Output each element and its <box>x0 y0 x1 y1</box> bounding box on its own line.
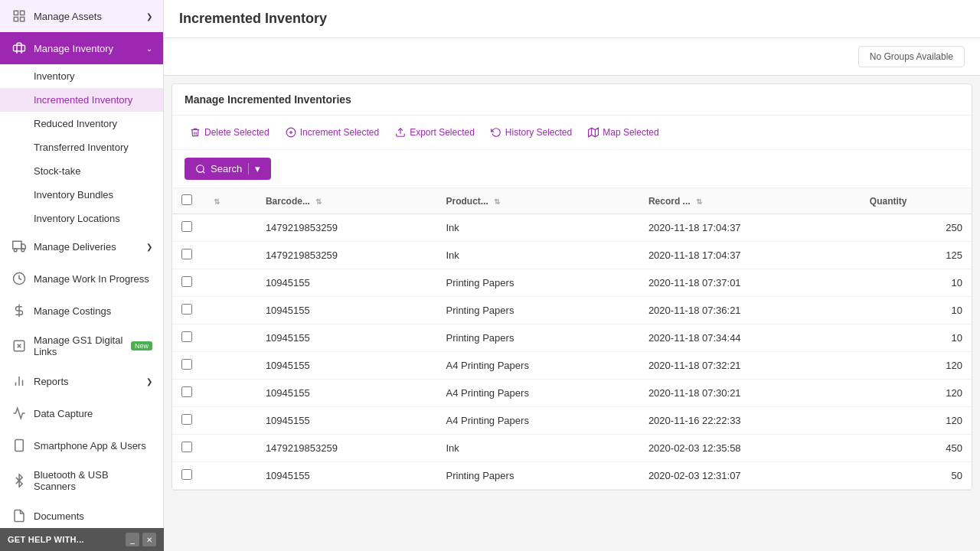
row-checkbox-2[interactable] <box>181 276 192 287</box>
header-record[interactable]: Record ... ⇅ <box>639 188 861 214</box>
record-sort-icon: ⇅ <box>696 197 702 206</box>
data-capture-icon <box>11 405 28 422</box>
header-sort[interactable]: ⇅ <box>201 188 256 214</box>
select-all-checkbox[interactable] <box>181 194 192 205</box>
header-product[interactable]: Product... ⇅ <box>437 188 639 214</box>
row-checkbox-cell <box>172 242 201 269</box>
increment-selected-label: Increment Selected <box>300 127 379 138</box>
content-area: No Groups Available Manage Incremented I… <box>164 38 980 551</box>
help-minimize-button[interactable]: ⎯ <box>126 533 139 546</box>
sidebar-item-manage-costings[interactable]: Manage Costings <box>0 295 163 327</box>
row-record: 2020-11-18 17:04:37 <box>639 214 861 242</box>
sidebar-label-costings: Manage Costings <box>34 305 111 317</box>
new-badge: New <box>131 341 152 350</box>
help-bar: GET HELP WITH... ⎯ ✕ <box>0 528 164 551</box>
row-checkbox-cell <box>172 297 201 324</box>
sidebar-sub-transferred-inventory[interactable]: Transferred Inventory <box>0 135 163 159</box>
increment-selected-button[interactable]: Increment Selected <box>280 123 384 142</box>
row-checkbox-8[interactable] <box>181 442 192 452</box>
history-selected-button[interactable]: History Selected <box>485 123 577 142</box>
bluetooth-icon <box>11 472 28 489</box>
table-row: 10945155 A4 Printing Papers 2020-11-16 2… <box>172 407 972 435</box>
row-actions <box>201 297 256 324</box>
sidebar-item-manage-wip[interactable]: Manage Work In Progress <box>0 262 163 295</box>
wip-icon <box>11 270 28 287</box>
sidebar-sub-stocktake[interactable]: Stock-take <box>0 159 163 183</box>
row-checkbox-0[interactable] <box>181 221 192 232</box>
row-quantity: 450 <box>861 435 972 462</box>
filter-bar: No Groups Available <box>164 38 980 76</box>
sidebar-sub-inventory[interactable]: Inventory <box>0 64 163 88</box>
sidebar-sub-reduced-inventory[interactable]: Reduced Inventory <box>0 112 163 135</box>
row-quantity: 10 <box>861 269 972 297</box>
sidebar-item-manage-inventory[interactable]: Manage Inventory ⌄ <box>0 32 163 64</box>
delete-selected-button[interactable]: Delete Selected <box>185 123 274 142</box>
export-selected-button[interactable]: Export Selected <box>390 123 479 142</box>
sidebar-item-manage-gs1[interactable]: Manage GS1 Digital Links New <box>0 327 163 365</box>
no-groups-label: No Groups Available <box>858 46 965 67</box>
barcode-sort-icon: ⇅ <box>315 197 322 206</box>
row-quantity: 120 <box>861 380 972 407</box>
row-actions <box>201 269 256 297</box>
row-record: 2020-11-18 17:04:37 <box>639 242 861 269</box>
row-product: A4 Printing Papers <box>437 352 639 380</box>
row-checkbox-cell <box>172 435 201 462</box>
row-record: 2020-11-16 22:22:33 <box>639 407 861 435</box>
row-checkbox-cell <box>172 269 201 297</box>
inventory-icon <box>11 40 28 57</box>
row-record: 2020-02-03 12:31:07 <box>639 462 861 490</box>
row-record: 2020-11-18 07:32:21 <box>639 352 861 380</box>
row-product: Printing Papers <box>437 269 639 297</box>
table-section-title: Manage Incremented Inventories <box>172 84 972 116</box>
reports-icon <box>11 373 28 390</box>
row-barcode: 10945155 <box>256 324 437 352</box>
chevron-icon-reports: ❯ <box>146 377 152 386</box>
header-record-label: Record ... <box>648 196 691 207</box>
row-record: 2020-02-03 12:35:58 <box>639 435 861 462</box>
sidebar-sub-inventory-locations[interactable]: Inventory Locations <box>0 207 163 230</box>
row-checkbox-1[interactable] <box>181 249 192 259</box>
map-selected-button[interactable]: Map Selected <box>583 123 663 142</box>
row-quantity: 10 <box>861 324 972 352</box>
map-icon <box>587 126 599 139</box>
sidebar-item-smartphone[interactable]: Smartphone App & Users <box>0 429 163 461</box>
svg-rect-4 <box>13 241 21 249</box>
chevron-icon: ❯ <box>146 12 152 21</box>
table-row: 10945155 Printing Papers 2020-11-18 07:3… <box>172 269 972 297</box>
row-barcode: 1479219853259 <box>256 214 437 242</box>
sidebar-item-manage-deliveries[interactable]: Manage Deliveries ❯ <box>0 230 163 262</box>
help-close-button[interactable]: ✕ <box>142 533 156 546</box>
search-button[interactable]: Search ▾ <box>185 158 271 180</box>
header-barcode-label: Barcode... <box>266 196 310 207</box>
row-record: 2020-11-18 07:34:44 <box>639 324 861 352</box>
sidebar-sub-label-bundles: Inventory Bundles <box>34 189 113 201</box>
sidebar-label-wip: Manage Work In Progress <box>34 273 149 285</box>
assets-icon <box>11 8 28 24</box>
row-checkbox-7[interactable] <box>181 414 192 425</box>
search-dropdown-arrow[interactable]: ▾ <box>248 163 260 174</box>
help-text: GET HELP WITH... <box>8 535 121 544</box>
row-checkbox-6[interactable] <box>181 386 192 397</box>
row-actions <box>201 352 256 380</box>
row-product: Printing Papers <box>437 462 639 490</box>
row-checkbox-5[interactable] <box>181 359 192 370</box>
row-checkbox-9[interactable] <box>181 469 192 480</box>
row-barcode: 1479219853259 <box>256 242 437 269</box>
sidebar-item-bluetooth[interactable]: Bluetooth & USB Scanners <box>0 461 163 500</box>
row-checkbox-3[interactable] <box>181 304 192 315</box>
sidebar-label-reports: Reports <box>34 376 69 387</box>
row-record: 2020-11-18 07:30:21 <box>639 380 861 407</box>
sidebar-item-data-capture[interactable]: Data Capture <box>0 397 163 429</box>
header-barcode[interactable]: Barcode... ⇅ <box>256 188 437 214</box>
sidebar-item-manage-assets[interactable]: Manage Assets ❯ <box>0 0 163 32</box>
row-checkbox-cell <box>172 380 201 407</box>
sidebar-sub-inventory-bundles[interactable]: Inventory Bundles <box>0 183 163 207</box>
sidebar-item-documents[interactable]: Documents <box>0 500 163 532</box>
sidebar-item-reports[interactable]: Reports ❯ <box>0 365 163 397</box>
sidebar-sub-incremented-inventory[interactable]: Incremented Inventory <box>0 88 163 112</box>
sidebar-sub-label-stocktake: Stock-take <box>34 165 80 177</box>
page-title: Incremented Inventory <box>179 11 965 27</box>
row-checkbox-4[interactable] <box>181 331 192 342</box>
table-row: 10945155 Printing Papers 2020-11-18 07:3… <box>172 324 972 352</box>
row-actions <box>201 435 256 462</box>
